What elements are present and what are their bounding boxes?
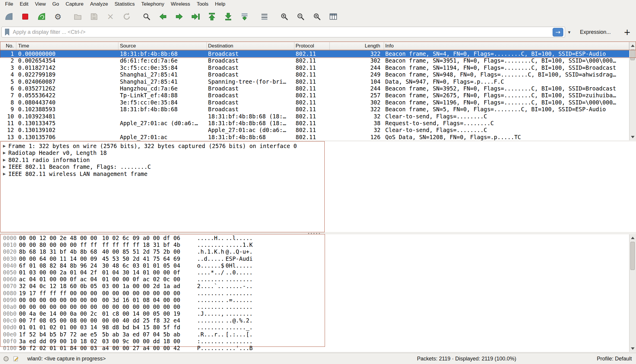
packet-row[interactable]: 80.0804437403e:f5:cc:0e:35:84Broadcast80… [0,99,629,106]
detail-line[interactable]: ▶IEEE 802.11 wireless LAN management fra… [0,171,636,177]
hex-row[interactable]: 00a000 00 00 00 00 00 00 0000 00 00 00 0… [0,303,629,310]
packet-row[interactable]: 10.00000000018:31:bf:4b:8b:68Broadcast80… [0,50,629,57]
hex-row[interactable]: 00f03a ed dd 09 00 10 18 0203 00 9c 00 0… [0,338,629,345]
packet-row[interactable]: 50.024060087Shanghai_27:85:41Spanning-tr… [0,78,629,85]
stop-capture-button[interactable] [19,11,31,23]
expand-arrow-icon[interactable]: ▶ [3,157,6,163]
go-to-packet-button[interactable] [190,11,202,23]
menu-item-file[interactable]: File [2,0,16,8]
column-header-no[interactable]: No. [0,42,16,50]
column-header-proto[interactable]: Protocol [294,42,330,50]
pane-splitter-handle[interactable] [308,233,320,234]
capture-options-button[interactable]: ⚙ [52,11,64,23]
scroll-down-button[interactable] [629,345,636,352]
bookmark-icon[interactable] [4,28,10,36]
cell-dest: Broadcast [207,64,294,71]
packet-row[interactable]: 40.022799189Shanghai_27:85:41Broadcast80… [0,71,629,78]
detail-line[interactable]: ▶IEEE 802.11 Beacon frame, Flags: ......… [0,163,636,170]
capture-comment-icon[interactable] [13,356,19,363]
add-filter-button[interactable]: + [624,27,631,37]
expand-arrow-icon[interactable]: ▶ [3,163,6,170]
expression-button[interactable]: Expression... [580,29,611,35]
auto-scroll-button[interactable] [239,11,250,23]
hex-row[interactable]: 0060ac 04 01 00 00 0f ac 0401 00 00 0f a… [0,276,629,283]
menu-item-tools[interactable]: Tools [194,0,212,8]
close-file-button[interactable]: × [104,11,116,23]
packet-row[interactable]: 130.130135706Apple_27:01:ac18:31:bf:4b:8… [0,134,629,141]
open-file-button[interactable] [72,11,84,23]
filter-dropdown-chevron-icon[interactable]: ▾ [565,29,573,35]
resize-columns-button[interactable] [327,11,339,23]
column-header-len[interactable]: Length [330,42,384,50]
filter-field[interactable]: → [1,27,565,37]
menu-item-view[interactable]: View [32,0,49,8]
menu-item-capture[interactable]: Capture [62,0,87,8]
zoom-in-button[interactable] [278,11,290,23]
scroll-up-button[interactable] [629,42,636,49]
zoom-original-button[interactable] [311,11,323,23]
hex-row[interactable]: 00d001 01 01 02 01 00 03 1498 d8 bd b4 1… [0,324,629,331]
save-file-button[interactable] [88,11,100,23]
find-packet-button[interactable] [141,11,153,23]
hex-row[interactable]: 007032 04 0c 12 18 60 0b 0503 00 1a 00 0… [0,283,629,290]
colorize-packets-button[interactable] [258,11,270,23]
cell-info: Beacon frame, SN=3951, FN=0, Flags=.....… [384,57,629,64]
hex-row[interactable]: 00c000 7f 08 05 00 08 00 0000 00 40 dd 2… [0,317,629,324]
menu-item-analyze[interactable]: Analyze [87,0,111,8]
hex-scrollbar[interactable] [629,234,636,352]
scroll-up-button[interactable] [629,234,636,241]
column-header-time[interactable]: Time [16,42,118,50]
scroll-thumb[interactable] [630,242,635,270]
filter-input[interactable] [12,29,553,36]
column-header-info[interactable]: Info [384,42,629,50]
detail-line[interactable]: ▶Radiotap Header v0, Length 18 [0,150,636,156]
hex-row[interactable]: 001000 00 80 00 00 00 ff ffff ff ff ff 1… [0,241,629,248]
menu-item-statistics[interactable]: Statistics [111,0,138,8]
packet-row[interactable]: 30.0118271423c:f5:cc:0e:35:84Broadcast80… [0,64,629,71]
hex-row[interactable]: 00b000 4a 0e 14 00 0a 00 2c01 c8 00 14 0… [0,310,629,317]
hex-row[interactable]: 005001 03 00 00 2a 01 04 2f01 04 30 14 0… [0,269,629,276]
packet-row[interactable]: 70.055536422Tp-LinkT_ef:48:88Broadcast80… [0,92,629,99]
packet-row[interactable]: 60.035271262Hangzhou_cd:7a:6eBroadcast80… [0,85,629,92]
scroll-down-button[interactable] [629,133,636,140]
packet-row[interactable]: 90.10238859318:31:bf:4b:8b:68Broadcast80… [0,106,629,113]
hex-row[interactable]: 00406f 01 08 82 84 8b 96 2430 48 6c 03 0… [0,262,629,269]
zoom-out-button[interactable] [295,11,307,23]
hex-row[interactable]: 010050 f2 02 01 01 84 00 03a4 00 00 27 a… [0,345,629,352]
hex-row[interactable]: 00e01f 52 b4 b5 b7 72 ae e55b ab 3a ed 0… [0,331,629,338]
apply-filter-button[interactable]: → [553,28,563,36]
menu-item-wireless[interactable]: Wireless [167,0,193,8]
hex-row[interactable]: 003000 00 64 00 11 14 00 0945 53 50 2d 4… [0,255,629,262]
profile-label[interactable]: Profile: Default [597,353,632,364]
hex-row[interactable]: 000000 00 12 00 2e 48 00 0010 02 6c 09 a… [0,235,629,241]
cell-dest: Broadcast [207,71,294,78]
menu-item-edit[interactable]: Edit [16,0,31,8]
hex-row[interactable]: 00208b 68 18 31 bf 4b 8b 6840 00 85 51 2… [0,248,629,255]
column-header-source[interactable]: Source [118,42,207,50]
hex-row[interactable]: 008019 17 ff ff ff 00 00 0000 00 00 00 0… [0,290,629,297]
expand-arrow-icon[interactable]: ▶ [3,150,6,156]
packet-row[interactable]: 100.10392348118:31:bf:4b:8b:68 (18:…802.… [0,113,629,120]
column-header-dest[interactable]: Destination [207,42,294,50]
detail-line[interactable]: ▶802.11 radio information [0,157,636,163]
packet-row[interactable]: 20.002654354d6:61:fe:cd:7a:6eBroadcast80… [0,57,629,64]
restart-capture-button[interactable] [36,11,47,23]
packet-row[interactable]: 110.130133475Apple_27:01:ac (d0:a6:…18:3… [0,120,629,127]
go-forward-button[interactable] [173,11,185,23]
go-back-button[interactable] [157,11,169,23]
start-capture-button[interactable] [3,11,15,23]
packet-row[interactable]: 120.130139102Apple_27:01:ac (d0:a6:…802.… [0,127,629,133]
menu-item-help[interactable]: Help [212,0,229,8]
menu-item-go[interactable]: Go [49,0,62,8]
expand-arrow-icon[interactable]: ▶ [3,143,6,150]
hex-bytes: 01 03 00 00 2a 01 04 2f [19,269,97,276]
scroll-thumb[interactable] [630,50,635,60]
menu-item-telephony[interactable]: Telephony [138,0,168,8]
last-packet-button[interactable] [222,11,234,23]
hex-row[interactable]: 009000 00 00 00 00 00 00 0000 3d 16 01 0… [0,297,629,303]
reload-file-button[interactable] [121,11,133,23]
packet-list-scrollbar[interactable] [629,42,636,140]
detail-line[interactable]: ▶Frame 1: 322 bytes on wire (2576 bits),… [0,143,636,150]
first-packet-button[interactable] [206,11,218,23]
expand-arrow-icon[interactable]: ▶ [3,171,6,177]
